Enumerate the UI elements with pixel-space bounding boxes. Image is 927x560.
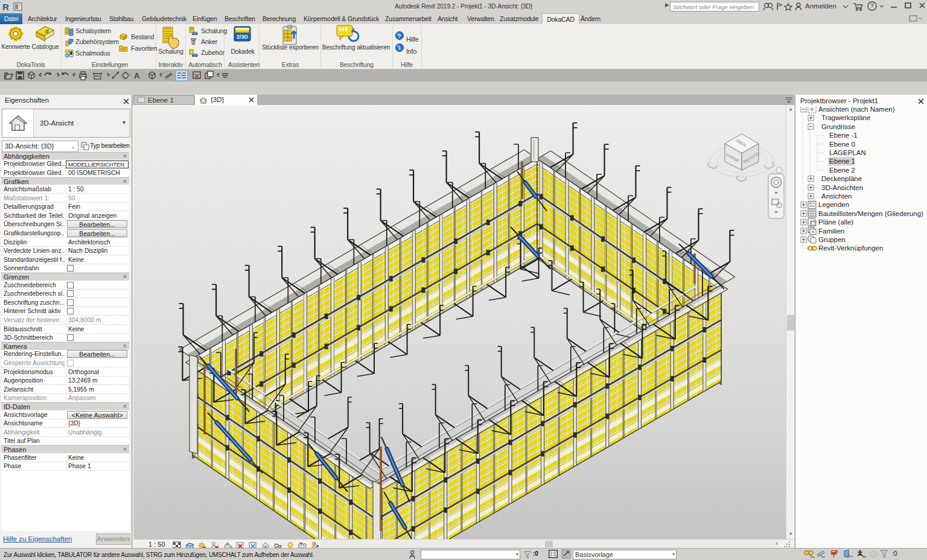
svg-text:Ebene 0: Ebene 0 (829, 141, 855, 148)
svg-text:i: i (399, 45, 401, 51)
svg-text:3D-Ansichten: 3D-Ansichten (821, 184, 863, 191)
svg-text:Deckenpläne: Deckenpläne (821, 175, 862, 182)
svg-text:Ebene 1: Ebene 1 (829, 158, 855, 165)
svg-text:Tragwerkspläne: Tragwerkspläne (821, 114, 870, 121)
svg-text:Gruppen: Gruppen (818, 236, 846, 243)
svg-text:Revit-Verknüpfungen: Revit-Verknüpfungen (818, 244, 883, 252)
svg-text:Grundrisse: Grundrisse (821, 123, 855, 130)
svg-text:A: A (134, 71, 140, 80)
svg-text:Bauteillisten/Mengen (Gliederu: Bauteillisten/Mengen (Gliederung) (818, 210, 923, 217)
svg-text:LAGEPLAN: LAGEPLAN (829, 149, 866, 156)
svg-text:Ebene 2: Ebene 2 (829, 167, 855, 174)
svg-text:Pläne (alle): Pläne (alle) (818, 218, 853, 226)
svg-text:Ansichten (nach Namen): Ansichten (nach Namen) (818, 107, 895, 113)
svg-text:Ansichten: Ansichten (821, 192, 852, 200)
svg-text:Ebene -1: Ebene -1 (829, 132, 858, 139)
svg-text:2/3D: 2/3D (237, 34, 249, 40)
svg-text:Legenden: Legenden (818, 201, 849, 208)
svg-text:Familien: Familien (818, 228, 844, 235)
svg-text:?: ? (398, 33, 401, 39)
